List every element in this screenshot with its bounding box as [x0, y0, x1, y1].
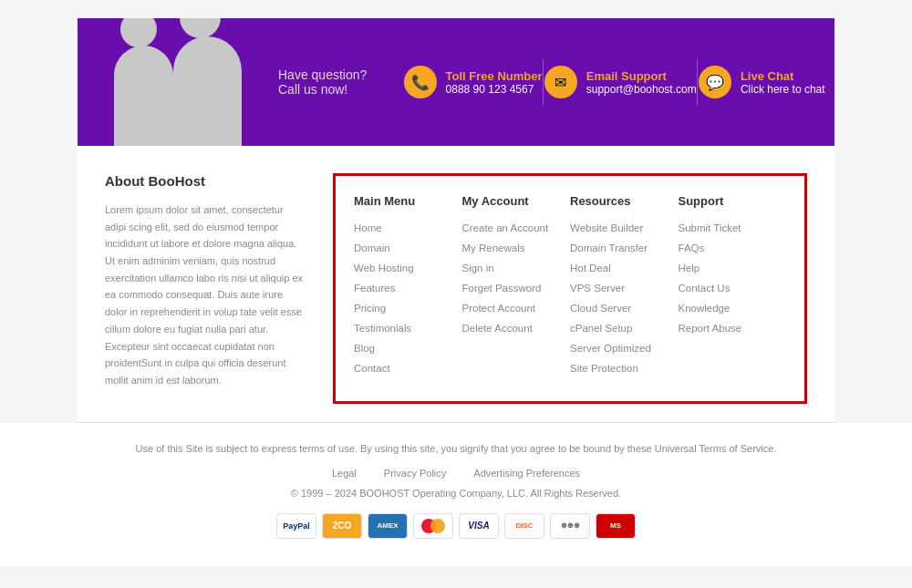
hero-figures	[78, 18, 251, 146]
nav-pricing[interactable]: Pricing	[354, 303, 462, 314]
nav-create-account[interactable]: Create an Account	[462, 222, 571, 233]
nav-col-resources: Resources Website Builder Domain Transfe…	[570, 194, 679, 383]
figure-silhouette-1	[114, 46, 173, 146]
nav-col-support: Support Submit Ticket FAQs Help Contact …	[679, 194, 787, 383]
live-chat-sub: Click here to chat	[741, 83, 825, 96]
live-chat-label: Live Chat	[741, 69, 825, 83]
nav-web-hosting[interactable]: Web Hosting	[354, 263, 462, 273]
nav-col-main-menu: Main Menu Home Domain Web Hosting Featur…	[354, 194, 462, 383]
live-chat-item[interactable]: 💬 Live Chat Click here to chat	[699, 66, 825, 98]
call-us-text: Call us now!	[278, 82, 367, 97]
nav-website-builder[interactable]: Website Builder	[570, 222, 679, 233]
email-icon: ✉	[544, 66, 577, 98]
footer-advertising[interactable]: Advertising Preferences	[473, 468, 580, 479]
support-title: Support	[679, 194, 787, 208]
toll-free-item: 📞 Toll Free Number 0888 90 123 4567	[404, 66, 543, 98]
chat-icon: 💬	[699, 66, 731, 98]
nav-vps-server[interactable]: VPS Server	[570, 283, 679, 294]
nav-hot-deal[interactable]: Hot Deal	[570, 263, 679, 273]
about-title: About BooHost	[105, 173, 306, 189]
svg-point-1	[430, 519, 445, 533]
email-texts: Email Support support@boohost.com	[586, 69, 697, 96]
figure-silhouette-2	[173, 36, 242, 146]
nav-columns: Main Menu Home Domain Web Hosting Featur…	[354, 194, 786, 383]
toll-free-number: 0888 90 123 4567	[446, 83, 543, 96]
have-question-text: Have question?	[278, 67, 367, 82]
footer-legal[interactable]: Legal	[332, 468, 357, 479]
email-address: support@boohost.com	[586, 83, 697, 96]
toll-free-texts: Toll Free Number 0888 90 123 4567	[446, 69, 543, 96]
about-body: Lorem ipsum dolor sit amet, consectetur …	[105, 201, 306, 389]
twoco-icon: 2CO	[322, 513, 362, 539]
nav-my-renewals[interactable]: My Renewals	[462, 242, 571, 253]
nav-delete-account[interactable]: Delete Account	[462, 323, 571, 334]
nav-contact[interactable]: Contact	[354, 363, 462, 374]
live-chat-texts: Live Chat Click here to chat	[741, 69, 825, 96]
resources-title: Resources	[570, 194, 679, 208]
nav-cloud-server[interactable]: Cloud Server	[570, 303, 679, 314]
mastercard-icon	[413, 513, 453, 539]
nav-testimonials[interactable]: Testimonials	[354, 323, 462, 334]
bottom-spacer	[0, 557, 912, 566]
amex-icon: AMEX	[368, 513, 408, 539]
discover-icon: DISC	[504, 513, 544, 539]
about-section: About BooHost Lorem ipsum dolor sit amet…	[105, 173, 306, 404]
footer-copyright: © 1999 – 2024 BOOHOST Operating Company,…	[78, 488, 834, 499]
figure-head-1	[120, 18, 157, 47]
figure-head-2	[180, 18, 221, 38]
nav-submit-ticket[interactable]: Submit Ticket	[679, 222, 787, 233]
footer-nav-box: Main Menu Home Domain Web Hosting Featur…	[333, 173, 807, 404]
nav-forget-password[interactable]: Forget Password	[462, 283, 571, 294]
nav-domain[interactable]: Domain	[354, 242, 462, 253]
paypal-icon: PayPal	[276, 513, 316, 539]
nav-server-optimized[interactable]: Server Optimized	[570, 343, 679, 354]
nav-cpanel-setup[interactable]: cPanel Setup	[570, 323, 679, 334]
email-support-item: ✉ Email Support support@boohost.com	[544, 66, 697, 98]
footer-links: Legal Privacy Policy Advertising Prefere…	[78, 468, 834, 479]
nav-contact-us[interactable]: Contact Us	[679, 283, 787, 294]
header-question: Have question? Call us now!	[251, 67, 394, 97]
toll-free-label: Toll Free Number	[446, 69, 543, 83]
ms-icon: MS	[596, 513, 636, 539]
visa-icon: VISA	[459, 513, 499, 539]
main-menu-title: Main Menu	[354, 194, 462, 208]
email-label: Email Support	[586, 69, 697, 83]
footer-bottom: Use of this Site is subject to express t…	[0, 423, 912, 557]
nav-report-abuse[interactable]: Report Abuse	[679, 323, 787, 334]
top-spacer	[0, 0, 912, 18]
nav-help[interactable]: Help	[679, 263, 787, 273]
nav-blog[interactable]: Blog	[354, 343, 462, 354]
nav-sign-in[interactable]: Sign in	[462, 263, 571, 273]
tos-text: Use of this Site is subject to express t…	[78, 441, 834, 457]
header-banner: Have question? Call us now! 📞 Toll Free …	[78, 18, 834, 146]
nav-site-protection[interactable]: Site Protection	[570, 363, 679, 374]
ws-icon: ⊛⊛⊛	[550, 513, 590, 539]
main-content: About BooHost Lorem ipsum dolor sit amet…	[78, 146, 834, 422]
nav-protect-account[interactable]: Protect Account	[462, 303, 571, 314]
footer-privacy[interactable]: Privacy Policy	[384, 468, 446, 479]
nav-features[interactable]: Features	[354, 283, 462, 294]
payment-icons: PayPal 2CO AMEX VISA DISC ⊛⊛⊛ MS	[78, 513, 834, 539]
nav-knowledge[interactable]: Knowledge	[679, 303, 787, 314]
header-contacts: 📞 Toll Free Number 0888 90 123 4567 ✉ Em…	[394, 59, 834, 105]
nav-domain-transfer[interactable]: Domain Transfer	[570, 242, 679, 253]
nav-faqs[interactable]: FAQs	[679, 242, 787, 253]
my-account-title: My Account	[462, 194, 571, 208]
nav-home[interactable]: Home	[354, 222, 462, 233]
phone-icon: 📞	[404, 66, 437, 98]
nav-col-my-account: My Account Create an Account My Renewals…	[462, 194, 571, 383]
